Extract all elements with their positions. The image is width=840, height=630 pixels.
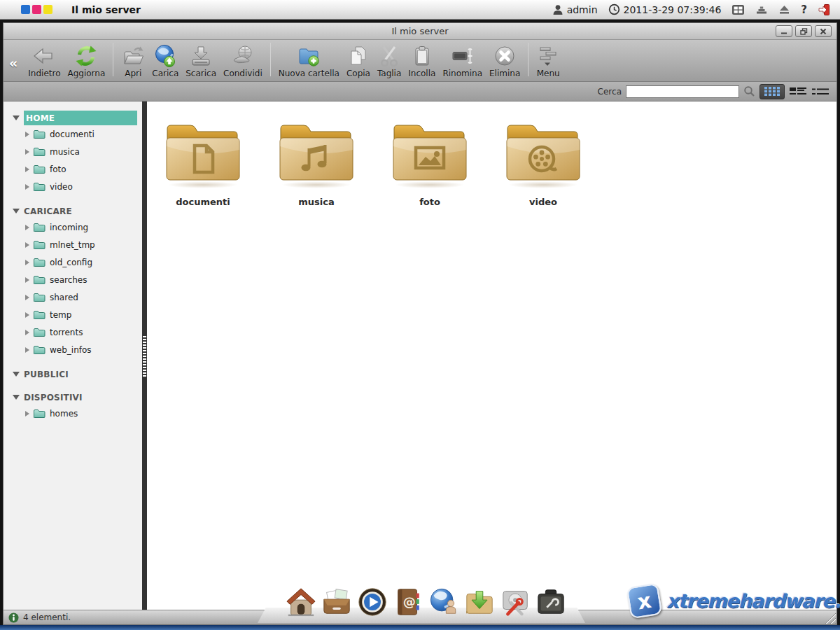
view-list-button[interactable] — [789, 86, 807, 97]
dock-home-button[interactable] — [286, 587, 316, 617]
folder-icon — [33, 147, 46, 157]
collapse-triangle-icon[interactable] — [13, 209, 20, 214]
sidebar-item-video[interactable]: video — [4, 178, 142, 195]
sidebar-item-home[interactable]: HOME — [4, 111, 142, 125]
sidebar-item-incoming[interactable]: incoming — [4, 218, 142, 236]
folder-tile-musica[interactable]: musica — [277, 120, 356, 207]
sidebar-splitter[interactable] — [142, 102, 147, 610]
expand-triangle-icon[interactable] — [25, 132, 29, 137]
dock-network-button[interactable] — [428, 587, 459, 617]
contacts-icon: @ — [393, 587, 424, 617]
dock: @ — [258, 582, 585, 625]
collapse-triangle-icon[interactable] — [13, 115, 20, 120]
user-menu[interactable]: admin — [552, 4, 598, 15]
sidebar-section-pubblici: PUBBLICI — [4, 367, 142, 382]
folder-reflection — [395, 181, 465, 188]
menu-button[interactable]: Menu — [533, 43, 564, 79]
toolbar-separator — [528, 43, 528, 76]
expand-triangle-icon[interactable] — [25, 330, 29, 335]
expand-triangle-icon[interactable] — [25, 411, 29, 416]
cut-button[interactable]: Taglia — [374, 43, 405, 79]
folder-icon — [33, 328, 46, 337]
devices-button[interactable] — [755, 4, 768, 15]
sidebar-item-homes[interactable]: homes — [4, 405, 142, 422]
sidebar-item-web-infos[interactable]: web_infos — [4, 341, 142, 358]
share-button[interactable]: Condividi — [220, 43, 266, 79]
collapse-triangle-icon[interactable] — [13, 395, 20, 400]
sidebar-section-home: HOME documenti musica foto — [4, 111, 142, 195]
expand-triangle-icon[interactable] — [25, 260, 29, 265]
expand-triangle-icon[interactable] — [25, 149, 29, 155]
refresh-button[interactable]: Aggiorna — [64, 43, 108, 79]
folder-tile-documenti[interactable]: documenti — [164, 120, 242, 207]
window-titlebar[interactable]: Il mio server — [4, 23, 836, 40]
expand-triangle-icon[interactable] — [25, 184, 29, 190]
sidebar-item-musica[interactable]: musica — [4, 143, 142, 160]
logout-button[interactable] — [818, 4, 830, 16]
open-button[interactable]: Apri — [118, 43, 148, 79]
download-button[interactable]: Scarica — [182, 43, 220, 79]
sidebar-item-mlnet-tmp[interactable]: mlnet_tmp — [4, 236, 142, 253]
splitter-grip-icon[interactable] — [143, 336, 146, 377]
sidebar-item-pubblici[interactable]: PUBBLICI — [4, 367, 142, 382]
view-grid-button[interactable] — [760, 84, 785, 99]
sidebar-item-shared[interactable]: shared — [4, 288, 142, 306]
folder-label: musica — [298, 197, 334, 207]
paste-button[interactable]: Incolla — [405, 43, 439, 79]
dock-contacts-button[interactable]: @ — [393, 587, 424, 617]
close-button[interactable] — [815, 25, 832, 37]
search-icon[interactable] — [743, 85, 755, 97]
toolbox-icon — [536, 587, 566, 617]
sidebar-item-caricare[interactable]: CARICARE — [4, 204, 142, 218]
sidebar-section-dispositivi: DISPOSITIVI homes — [4, 390, 142, 422]
search-bar: Cerca — [4, 82, 836, 102]
folder-icon — [33, 223, 46, 232]
apps-button[interactable] — [732, 4, 745, 15]
dock-media-player-button[interactable] — [357, 587, 388, 617]
dock-disk-utility-button[interactable] — [500, 587, 531, 617]
expand-triangle-icon[interactable] — [25, 277, 29, 283]
view-details-button[interactable] — [811, 87, 830, 97]
expand-triangle-icon[interactable] — [25, 225, 29, 230]
folder-icon — [33, 258, 46, 267]
new-folder-button[interactable]: Nuova cartella — [275, 43, 343, 79]
sidebar-item-dispositivi[interactable]: DISPOSITIVI — [4, 390, 142, 405]
restore-button[interactable] — [795, 25, 812, 37]
folder-label: video — [529, 197, 557, 207]
back-button[interactable]: Indietro — [24, 43, 64, 79]
folder-tile-video[interactable]: video — [504, 120, 582, 207]
copy-button[interactable]: Copia — [343, 43, 374, 79]
info-icon — [8, 612, 19, 623]
folder-reflection — [168, 181, 238, 188]
dock-downloads-button[interactable] — [464, 587, 495, 617]
sidebar-item-temp[interactable]: temp — [4, 306, 142, 323]
status-text: 4 elementi. — [23, 612, 71, 622]
toolbar-collapse-button[interactable]: « — [9, 57, 18, 70]
expand-triangle-icon[interactable] — [25, 167, 29, 172]
download-icon — [189, 44, 213, 68]
devices-icon — [755, 4, 768, 15]
sidebar-item-torrents[interactable]: torrents — [4, 323, 142, 341]
help-button[interactable]: ? — [801, 4, 807, 16]
sidebar-item-documenti[interactable]: documenti — [4, 125, 142, 143]
folder-music-icon — [277, 120, 356, 184]
expand-triangle-icon[interactable] — [25, 295, 29, 300]
delete-button[interactable]: Elimina — [486, 43, 524, 79]
search-input[interactable] — [626, 85, 739, 98]
rename-button[interactable]: Rinomina — [439, 43, 486, 79]
upload-button[interactable]: Carica — [148, 43, 182, 79]
sidebar-item-searches[interactable]: searches — [4, 271, 142, 288]
dock-toolbox-button[interactable] — [536, 587, 566, 617]
toolbar: « Indietro Aggiorna Apri — [4, 40, 836, 82]
expand-triangle-icon[interactable] — [25, 347, 29, 353]
eject-button[interactable] — [778, 4, 790, 15]
collapse-triangle-icon[interactable] — [13, 372, 20, 377]
expand-triangle-icon[interactable] — [25, 242, 29, 248]
folder-tile-foto[interactable]: foto — [391, 120, 469, 207]
minimize-button[interactable] — [776, 25, 792, 37]
dock-photos-button[interactable] — [321, 587, 352, 617]
sidebar-item-old-config[interactable]: old_config — [4, 253, 142, 271]
expand-triangle-icon[interactable] — [25, 312, 29, 318]
sidebar-item-foto[interactable]: foto — [4, 160, 142, 178]
toolbar-separator — [270, 43, 271, 76]
